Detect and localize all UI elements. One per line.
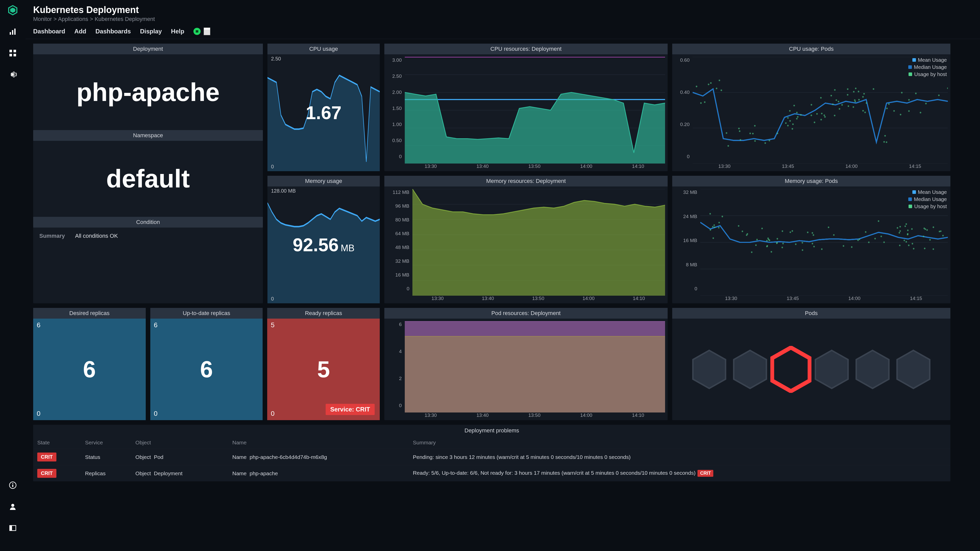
svg-point-63 xyxy=(858,99,860,100)
mem-res-xticks: 13:3013:4013:5014:0014:10 xyxy=(412,295,664,301)
deployment-title: Deployment xyxy=(33,44,263,54)
menu-dashboard[interactable]: Dashboard xyxy=(33,28,65,35)
pod-hex[interactable] xyxy=(855,349,891,390)
svg-point-59 xyxy=(824,116,826,118)
deployment-panel: Deployment php-apache Namespace default … xyxy=(33,44,263,303)
svg-point-175 xyxy=(857,240,859,241)
svg-point-84 xyxy=(841,104,843,106)
pod-hex[interactable] xyxy=(732,349,768,390)
svg-point-80 xyxy=(719,79,720,81)
svg-point-94 xyxy=(708,84,709,85)
calendar-icon[interactable] xyxy=(204,27,210,35)
problems-table: StateServiceObjectNameSummary CRITStatus… xyxy=(33,437,950,481)
mem-pods-legend: Mean UsageMedian UsageUsage by host xyxy=(908,189,947,210)
summary-cell: Ready: 5/6, Up-to-date: 6/6, Not ready f… xyxy=(409,465,950,482)
svg-point-69 xyxy=(883,141,885,143)
svg-rect-15 xyxy=(10,526,12,530)
svg-point-176 xyxy=(802,242,803,243)
svg-point-140 xyxy=(767,245,768,247)
svg-point-156 xyxy=(821,248,822,250)
svg-point-52 xyxy=(893,110,895,112)
svg-point-160 xyxy=(932,248,934,250)
refresh-icon[interactable] xyxy=(193,28,200,35)
svg-point-66 xyxy=(848,105,849,107)
logo-icon[interactable] xyxy=(6,4,19,16)
pod-hex[interactable] xyxy=(770,346,811,393)
svg-point-46 xyxy=(854,101,856,102)
service-cell: Replicas xyxy=(81,465,131,482)
pod-hex[interactable] xyxy=(896,349,931,390)
svg-point-152 xyxy=(776,238,778,240)
ready-min: 0 xyxy=(271,410,274,418)
svg-point-49 xyxy=(754,140,756,141)
desired-title: Desired replicas xyxy=(33,308,146,319)
svg-point-114 xyxy=(834,115,835,116)
svg-point-163 xyxy=(721,216,723,218)
replicas-row: Desired replicas 6 0 6 Up-to-date replic… xyxy=(33,308,380,420)
pod-hex[interactable] xyxy=(691,349,727,390)
svg-point-83 xyxy=(853,91,854,92)
svg-point-148 xyxy=(813,246,815,247)
svg-point-112 xyxy=(816,113,818,114)
breadcrumb: Monitor > Applications > Kubernetes Depl… xyxy=(33,16,972,22)
object-cell: Object Pod xyxy=(131,449,228,465)
svg-point-138 xyxy=(912,243,913,245)
svg-point-111 xyxy=(700,102,702,104)
svg-point-57 xyxy=(811,114,812,116)
menu-dashboards[interactable]: Dashboards xyxy=(95,28,131,35)
pod-res-chart xyxy=(405,321,665,413)
svg-point-110 xyxy=(925,103,927,104)
svg-marker-208 xyxy=(856,351,889,389)
svg-point-154 xyxy=(756,239,758,240)
svg-point-141 xyxy=(899,226,901,227)
svg-point-124 xyxy=(755,245,757,246)
svg-point-45 xyxy=(726,132,727,134)
mem-res-yticks: 112 MB96 MB80 MB64 MB48 MB32 MB16 MB0 xyxy=(387,186,409,293)
breadcrumb-applications[interactable]: Applications xyxy=(58,16,88,22)
user-icon[interactable] xyxy=(6,500,19,513)
mem-pods-xticks: 13:3013:4514:0014:15 xyxy=(700,295,947,301)
svg-point-41 xyxy=(908,99,910,100)
svg-point-135 xyxy=(904,240,905,241)
table-row[interactable]: CRITStatusObject PodName php-apache-6cb4… xyxy=(33,449,950,465)
service-crit-badge[interactable]: Service: CRIT xyxy=(326,404,375,415)
breadcrumb-monitor[interactable]: Monitor xyxy=(33,16,52,22)
svg-point-151 xyxy=(802,249,803,251)
svg-point-88 xyxy=(858,91,859,92)
cpu-usage-panel: CPU usage 2.50 0 1.67 xyxy=(267,44,380,171)
svg-point-166 xyxy=(741,230,743,232)
condition-value: All conditions OK xyxy=(75,233,118,239)
uptodate-value: 6 xyxy=(150,319,263,420)
svg-point-86 xyxy=(947,87,948,89)
sidebar-toggle-icon[interactable] xyxy=(6,522,19,534)
svg-point-106 xyxy=(820,97,822,98)
svg-point-87 xyxy=(797,116,799,118)
svg-rect-7 xyxy=(10,54,12,56)
table-row[interactable]: CRITReplicasObject DeploymentName php-ap… xyxy=(33,465,950,482)
svg-point-129 xyxy=(771,251,772,252)
condition-label: Summary xyxy=(39,233,65,239)
svg-point-161 xyxy=(932,227,934,228)
grid-icon[interactable] xyxy=(6,47,19,59)
menubar: Dashboard Add Dashboards Display Help xyxy=(25,24,980,39)
svg-point-55 xyxy=(814,122,815,123)
memory-usage-panel: Memory usage 128.00 MB 0 92.56MB xyxy=(267,176,380,303)
menu-add[interactable]: Add xyxy=(74,28,86,35)
svg-point-71 xyxy=(800,114,802,116)
pod-hex[interactable] xyxy=(814,349,850,390)
svg-rect-2 xyxy=(10,32,11,35)
pod-res-xticks: 13:3013:4013:5014:0014:10 xyxy=(405,413,664,418)
svg-point-134 xyxy=(899,245,900,246)
info-icon[interactable] xyxy=(6,479,19,491)
svg-point-157 xyxy=(713,237,714,239)
svg-point-120 xyxy=(718,227,719,228)
svg-point-130 xyxy=(710,213,711,214)
bars-icon[interactable] xyxy=(6,25,19,38)
menu-help[interactable]: Help xyxy=(171,28,184,35)
gear-icon[interactable] xyxy=(6,68,19,81)
cpu-resources-panel: CPU resources: Deployment 3.002.502.001.… xyxy=(384,44,668,171)
svg-point-9 xyxy=(12,73,14,76)
menu-display[interactable]: Display xyxy=(140,28,162,35)
ready-title: Ready replicas xyxy=(267,308,380,319)
svg-point-147 xyxy=(899,232,900,233)
